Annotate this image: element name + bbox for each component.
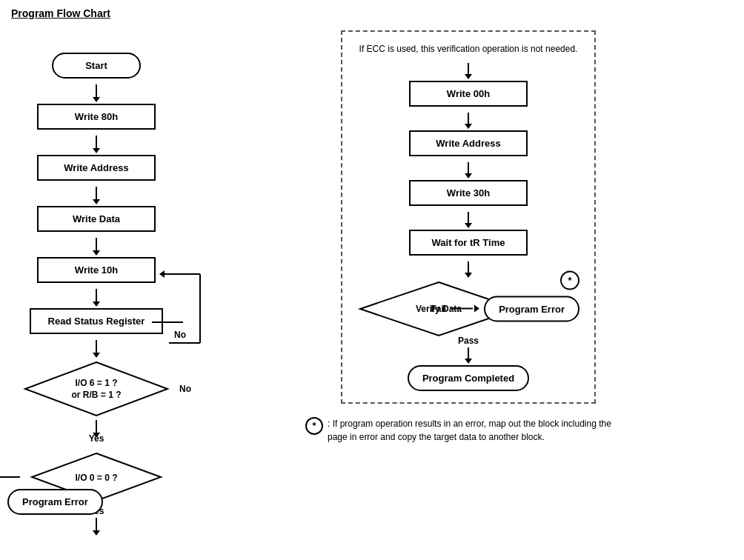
fail-label: Fail: [431, 304, 446, 314]
svg-text:I/O 0 = 0 ?: I/O 0 = 0 ?: [75, 473, 117, 483]
svg-text:I/O 6 = 1 ?: I/O 6 = 1 ?: [75, 378, 117, 388]
write10h-node: Write 10h: [37, 257, 156, 283]
page-title: Program Flow Chart: [11, 7, 733, 19]
write00h-node: Write 00h: [409, 81, 528, 107]
verify-data-diamond: Verify Data Fail * Program Error: [357, 279, 579, 339]
left-column: Start Write 80h Write Address Write Data…: [11, 53, 182, 537]
io6-diamond: I/O 6 = 1 ? or R/B = 1 ? No: [22, 359, 170, 419]
write-data-node: Write Data: [37, 206, 156, 232]
write80h-node: Write 80h: [37, 104, 156, 130]
footnote-text: : If program operation results in an err…: [328, 417, 631, 444]
read-status-node: Read Status Register: [30, 308, 163, 334]
svg-marker-0: [25, 362, 167, 416]
footnote: * : If program operation results in an e…: [305, 417, 631, 444]
dashed-note: If ECC is used, this verification operat…: [357, 43, 579, 56]
program-error-right-node: Program Error: [484, 296, 579, 321]
footnote-badge: *: [305, 417, 323, 435]
right-column: If ECC is used, this verification operat…: [204, 30, 733, 444]
dashed-verification-box: If ECC is used, this verification operat…: [341, 30, 596, 404]
left-program-error-node: Program Error: [7, 489, 103, 515]
right-star-badge: *: [560, 270, 579, 290]
svg-text:or R/B = 1 ?: or R/B = 1 ?: [71, 390, 121, 400]
write30h-node: Write 30h: [409, 180, 528, 206]
start-node: Start: [52, 53, 141, 79]
no1-label: No: [179, 384, 191, 394]
write-address-right-node: Write Address: [409, 130, 528, 156]
write-address-node: Write Address: [37, 155, 156, 181]
wait-tr-node: Wait for tR Time: [409, 230, 528, 256]
program-completed-node: Program Completed: [408, 365, 529, 391]
